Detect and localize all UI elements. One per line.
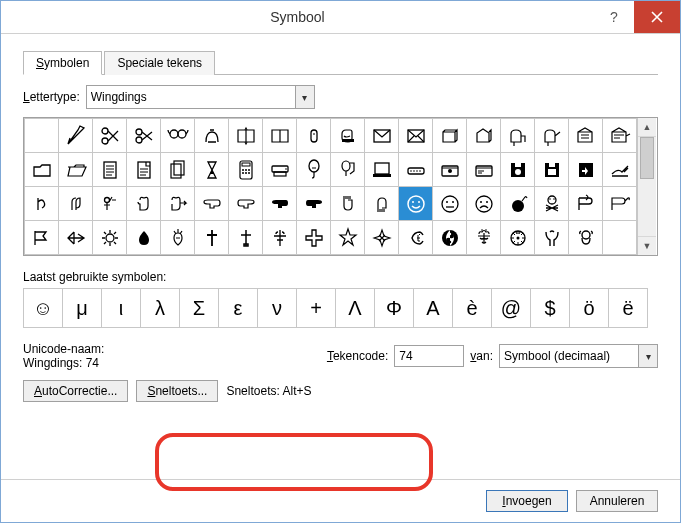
symbol-cell[interactable] [93,221,127,255]
symbol-cell[interactable] [433,187,467,221]
symbol-cell[interactable] [501,221,535,255]
symbol-cell[interactable] [161,119,195,153]
symbol-cell[interactable] [433,153,467,187]
symbol-cell[interactable] [365,221,399,255]
chevron-down-icon[interactable]: ▾ [295,86,314,108]
shortcut-key-button[interactable]: Sneltoets... [136,380,218,402]
recent-symbol-cell[interactable]: ë [609,289,648,328]
symbol-cell[interactable] [297,187,331,221]
from-input[interactable] [500,346,638,366]
symbol-cell[interactable] [195,187,229,221]
symbol-cell[interactable] [59,119,93,153]
symbol-cell selected[interactable] [399,187,433,221]
symbol-cell[interactable] [603,153,637,187]
recent-symbol-cell[interactable]: Σ [180,289,219,328]
symbol-cell[interactable] [25,187,59,221]
close-button[interactable] [634,1,680,33]
symbol-cell[interactable] [161,221,195,255]
symbol-cell[interactable] [331,187,365,221]
symbol-cell[interactable] [127,119,161,153]
symbol-cell[interactable] [569,153,603,187]
insert-button[interactable]: Invoegen [486,490,568,512]
symbol-cell[interactable] [59,221,93,255]
font-input[interactable] [87,87,295,107]
symbol-cell[interactable] [93,153,127,187]
symbol-cell[interactable] [603,187,637,221]
symbol-cell[interactable] [195,119,229,153]
symbol-cell[interactable] [535,153,569,187]
symbol-cell[interactable] [195,153,229,187]
symbol-cell[interactable] [229,119,263,153]
recent-symbol-cell[interactable]: @ [492,289,531,328]
cancel-button[interactable]: Annuleren [576,490,658,512]
symbol-cell[interactable] [127,221,161,255]
symbol-cell[interactable] [535,187,569,221]
from-select[interactable]: ▾ [499,344,658,368]
symbol-cell[interactable] [433,221,467,255]
symbol-cell[interactable] [501,187,535,221]
scroll-track[interactable] [638,137,656,236]
symbol-cell[interactable] [569,187,603,221]
charcode-input[interactable] [394,345,464,367]
recent-symbol-cell[interactable]: Λ [336,289,375,328]
tab-special-chars[interactable]: Speciale tekens [104,51,215,75]
recent-symbol-cell[interactable]: ö [570,289,609,328]
recent-symbol-cell[interactable]: ν [258,289,297,328]
chevron-down-icon[interactable]: ▾ [638,345,657,367]
recent-symbol-cell[interactable]: ☺ [24,289,63,328]
symbol-cell[interactable] [365,187,399,221]
symbol-cell[interactable] [297,153,331,187]
symbol-cell[interactable] [365,153,399,187]
symbol-grid-scrollbar[interactable]: ▲ ▼ [637,118,656,255]
symbol-cell[interactable] [297,119,331,153]
symbol-cell[interactable] [535,221,569,255]
symbol-cell[interactable] [467,221,501,255]
recent-symbol-cell[interactable]: ε [219,289,258,328]
symbol-cell[interactable] [467,119,501,153]
recent-symbol-cell[interactable]: Α [414,289,453,328]
tab-symbols[interactable]: Symbolen [23,51,102,75]
symbol-cell[interactable] [93,187,127,221]
symbol-cell[interactable] [603,119,637,153]
symbol-cell[interactable] [229,221,263,255]
recent-symbol-cell[interactable]: Φ [375,289,414,328]
symbol-cell[interactable] [93,119,127,153]
scroll-down-icon[interactable]: ▼ [638,236,656,255]
symbol-cell[interactable] [331,119,365,153]
symbol-cell[interactable] [25,221,59,255]
symbol-cell[interactable] [433,119,467,153]
symbol-cell[interactable] [365,119,399,153]
symbol-cell[interactable] [535,119,569,153]
symbol-cell[interactable] [263,187,297,221]
recent-symbol-cell[interactable]: μ [63,289,102,328]
symbol-cell[interactable] [399,119,433,153]
symbol-cell[interactable] [229,153,263,187]
autocorrect-button[interactable]: AutoCorrectie... [23,380,128,402]
symbol-cell[interactable] [127,187,161,221]
font-select[interactable]: ▾ [86,85,315,109]
symbol-cell[interactable] [569,119,603,153]
recent-symbol-cell[interactable]: $ [531,289,570,328]
symbol-cell[interactable] [331,153,365,187]
symbol-cell[interactable] [467,153,501,187]
symbol-cell[interactable] [25,119,59,153]
recent-symbol-cell[interactable]: λ [141,289,180,328]
symbol-cell[interactable] [331,221,365,255]
symbol-cell[interactable] [195,221,229,255]
symbol-cell[interactable] [399,153,433,187]
recent-symbol-cell[interactable]: + [297,289,336,328]
scroll-up-icon[interactable]: ▲ [638,118,656,137]
help-button[interactable]: ? [594,1,634,33]
symbol-cell[interactable] [399,221,433,255]
recent-symbol-cell[interactable]: ι [102,289,141,328]
symbol-cell[interactable] [501,119,535,153]
symbol-cell[interactable] [263,221,297,255]
symbol-cell[interactable] [59,153,93,187]
symbol-cell[interactable] [161,187,195,221]
scroll-thumb[interactable] [640,137,654,179]
recent-symbol-cell[interactable]: è [453,289,492,328]
symbol-cell[interactable] [297,221,331,255]
symbol-cell[interactable] [25,153,59,187]
symbol-cell[interactable] [467,187,501,221]
symbol-cell[interactable] [501,153,535,187]
